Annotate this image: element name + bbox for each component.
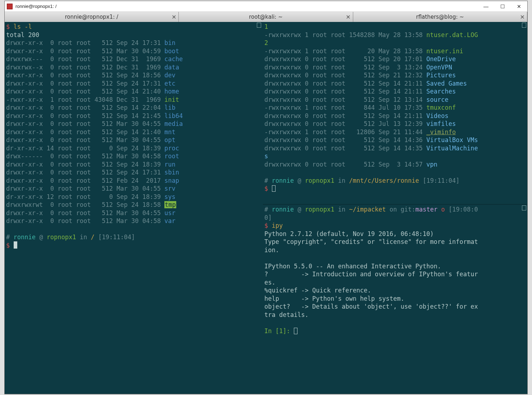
titlebar[interactable]: ronnie@ropnopx1: / — ☐ ✕ xyxy=(5,1,527,12)
terminal-right-top[interactable]: 1-rwxrwxrwx 1 root root 1548288 May 28 1… xyxy=(263,22,527,204)
tab-label: root@kali: ~ xyxy=(249,14,282,20)
app-window: ronnie@ropnopx1: / — ☐ ✕ ronnie@ropnopx1… xyxy=(4,1,528,394)
scroll-up-icon[interactable] xyxy=(522,23,526,28)
window-title: ronnie@ropnopx1: / xyxy=(15,4,56,9)
client-area: ronnie@ropnopx1: /✕ root@kali: ~✕ rflath… xyxy=(5,12,527,394)
tab-close-icon[interactable]: ✕ xyxy=(520,14,525,21)
tab-2[interactable]: root@kali: ~✕ xyxy=(179,12,353,22)
terminal-right-bottom[interactable]: # ronnie @ ropnopx1 in ~/impacket on git… xyxy=(263,205,527,394)
window-controls: — ☐ ✕ xyxy=(478,1,527,12)
pane-left[interactable]: $ ls -ltotal 200drwxr-xr-x 0 root root 5… xyxy=(5,22,263,394)
tab-label: ronnie@ropnopx1: / xyxy=(65,14,118,20)
minimize-button[interactable]: — xyxy=(478,1,494,12)
app-icon xyxy=(7,4,13,9)
tab-close-icon[interactable]: ✕ xyxy=(172,14,176,21)
scrollbar[interactable] xyxy=(521,205,527,394)
maximize-button[interactable]: ☐ xyxy=(494,1,511,12)
scrollbar[interactable] xyxy=(521,22,527,204)
scroll-up-icon[interactable] xyxy=(257,23,261,28)
tmux-panes: $ ls -ltotal 200drwxr-xr-x 0 root root 5… xyxy=(5,22,527,394)
close-button[interactable]: ✕ xyxy=(511,1,527,12)
tab-close-icon[interactable]: ✕ xyxy=(346,14,350,21)
tab-3[interactable]: rflathers@blog: ~✕ xyxy=(353,12,527,22)
pane-right-bottom[interactable]: # ronnie @ ropnopx1 in ~/impacket on git… xyxy=(263,205,527,394)
tab-label: rflathers@blog: ~ xyxy=(416,14,464,20)
terminal-left[interactable]: $ ls -ltotal 200drwxr-xr-x 0 root root 5… xyxy=(5,22,262,394)
tabbar: ronnie@ropnopx1: /✕ root@kali: ~✕ rflath… xyxy=(5,12,527,22)
scroll-up-icon[interactable] xyxy=(522,205,526,210)
scrollbar[interactable] xyxy=(256,22,262,394)
tab-1[interactable]: ronnie@ropnopx1: /✕ xyxy=(5,12,179,22)
pane-right-column: 1-rwxrwxrwx 1 root root 1548288 May 28 1… xyxy=(263,22,527,394)
pane-right-top[interactable]: 1-rwxrwxrwx 1 root root 1548288 May 28 1… xyxy=(263,22,527,205)
